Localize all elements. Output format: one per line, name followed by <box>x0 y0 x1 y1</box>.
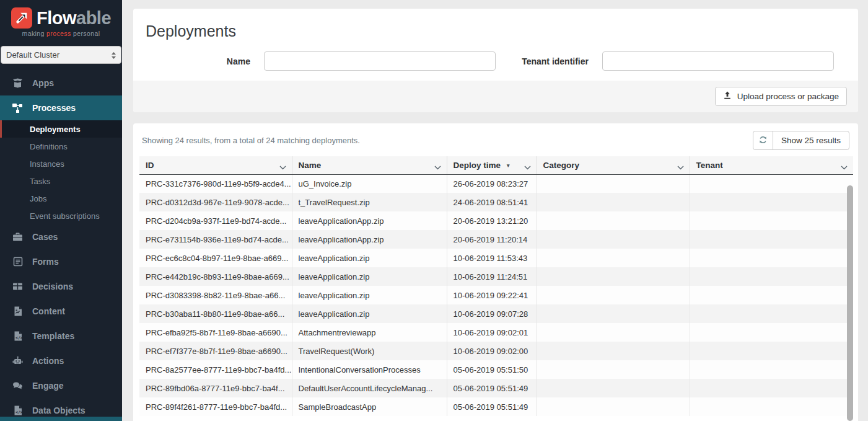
table-row[interactable]: PRC-e731154b-936e-11e9-bd74-acde... leav… <box>139 230 853 249</box>
column-header-name[interactable]: Name <box>292 156 447 174</box>
table-row[interactable]: PRC-ec6c8c04-8b97-11e9-8bae-a669... leav… <box>139 249 853 267</box>
table-row[interactable]: PRC-efba92f5-8b7f-11e9-8bae-a6690... Att… <box>139 323 853 342</box>
sidebar-item-label: Cases <box>32 232 58 242</box>
cell-category <box>537 174 690 193</box>
sidebar-item-label: Apps <box>32 78 54 88</box>
cell-deploy-time: 05-06-2019 05:51:49 <box>447 397 537 416</box>
table-row[interactable]: PRC-89fbd06a-8777-11e9-bbc7-ba4f... Defa… <box>139 379 853 397</box>
sidebar-item-label: Engage <box>32 381 64 391</box>
chevron-down-icon[interactable] <box>524 162 531 172</box>
table-row[interactable]: PRC-d204cb9a-937f-11e9-bd74-acde... leav… <box>139 211 853 230</box>
chevron-down-icon[interactable] <box>434 162 441 172</box>
sidebar-item-actions[interactable]: Actions <box>0 348 122 373</box>
tenant-identifier-label: Tenant identifier <box>496 56 602 66</box>
table-row[interactable]: PRC-e442b19c-8b93-11e9-8bae-a669... leav… <box>139 267 853 286</box>
code-document-icon: </> <box>12 331 23 341</box>
name-input[interactable] <box>264 51 496 71</box>
cell-name: leaveApplicationApp.zip <box>292 230 447 249</box>
cell-id: PRC-8a2577ee-8777-11e9-bbc7-ba4fd... <box>139 360 292 379</box>
deployments-table: ID Name Deploy time▼ Category Tenant PRC… <box>133 156 858 421</box>
column-header-category[interactable]: Category <box>537 156 690 174</box>
table-scrollbar-thumb[interactable] <box>847 185 853 421</box>
table-row[interactable]: PRC-d0312d3d-967e-11e9-9078-acde... t_Tr… <box>139 193 853 211</box>
sidebar-item-label: Content <box>32 306 65 316</box>
cell-id: PRC-d204cb9a-937f-11e9-bd74-acde... <box>139 211 292 230</box>
column-header-tenant[interactable]: Tenant <box>690 156 853 174</box>
refresh-button[interactable] <box>753 131 773 150</box>
sidebar-item-definitions[interactable]: Definitions <box>0 138 122 155</box>
results-summary: Showing 24 results, from a total of 24 m… <box>142 136 360 145</box>
briefcase-icon <box>12 232 23 242</box>
cell-category <box>537 211 690 230</box>
show-results-button[interactable]: Show 25 results <box>773 131 849 150</box>
page-title: Deployments <box>146 22 846 40</box>
cell-id: PRC-e731154b-936e-11e9-bd74-acde... <box>139 230 292 249</box>
processes-subnav: Deployments Definitions Instances Tasks … <box>0 120 122 224</box>
cell-tenant <box>690 342 853 360</box>
cell-category <box>537 230 690 249</box>
sidebar-nav: Apps Processes Deployments Definitions I… <box>0 71 122 421</box>
cell-tenant <box>690 230 853 249</box>
cell-tenant <box>690 249 853 267</box>
sidebar-item-instances[interactable]: Instances <box>0 155 122 172</box>
sidebar-item-engage[interactable]: Engage <box>0 373 122 398</box>
table-row[interactable]: PRC-8a2577ee-8777-11e9-bbc7-ba4fd... Int… <box>139 360 853 379</box>
robot-icon <box>12 356 23 366</box>
sidebar-item-decisions[interactable]: Decisions <box>0 274 122 299</box>
cell-category <box>537 286 690 304</box>
sidebar-item-apps[interactable]: Apps <box>0 71 122 95</box>
chevron-down-icon[interactable] <box>279 162 286 172</box>
upload-icon <box>723 91 732 102</box>
sidebar-item-templates[interactable]: </> Templates <box>0 324 122 348</box>
table-row[interactable]: PRC-d3083398-8b82-11e9-8bae-a66... leave… <box>139 286 853 304</box>
cell-name: leaveApplication.zip <box>292 286 447 304</box>
sidebar-item-jobs[interactable]: Jobs <box>0 190 122 207</box>
cluster-selector: Default Cluster <box>1 46 121 64</box>
upload-process-button[interactable]: Upload process or package <box>715 87 847 106</box>
cell-deploy-time: 10-06-2019 09:02:00 <box>447 342 537 360</box>
cell-category <box>537 323 690 342</box>
cluster-select[interactable]: Default Cluster <box>1 46 121 64</box>
cell-name: Attachmentreviewapp <box>292 323 447 342</box>
document-chart-icon <box>12 306 23 316</box>
cell-tenant <box>690 211 853 230</box>
column-header-id[interactable]: ID <box>139 156 292 174</box>
table-row[interactable]: PRC-331c7376-980d-11e9-b5f9-acde4... uG_… <box>139 174 853 193</box>
main-content: Deployments Name Tenant identifier Uploa… <box>122 0 868 421</box>
filter-card-footer: Upload process or package <box>133 81 858 112</box>
chevron-down-icon[interactable] <box>677 162 684 172</box>
table-row[interactable]: PRC-ef7f377e-8b7f-11e9-8bae-a6690... Tra… <box>139 342 853 360</box>
sidebar-item-cases[interactable]: Cases <box>0 224 122 249</box>
form-icon <box>12 257 23 267</box>
cell-deploy-time: 10-06-2019 09:07:28 <box>447 304 537 323</box>
column-header-deploy-time[interactable]: Deploy time▼ <box>447 156 537 174</box>
sidebar-item-event-subscriptions[interactable]: Event subscriptions <box>0 207 122 224</box>
cell-name: leaveApplication.zip <box>292 249 447 267</box>
cell-deploy-time: 10-06-2019 09:02:01 <box>447 323 537 342</box>
tenant-identifier-input[interactable] <box>602 51 834 71</box>
chevron-down-icon[interactable] <box>841 162 848 172</box>
chat-bubbles-icon <box>12 381 23 391</box>
sidebar-item-processes[interactable]: Processes <box>0 95 122 120</box>
cell-id: PRC-d3083398-8b82-11e9-8bae-a66... <box>139 286 292 304</box>
sidebar-item-label: Processes <box>32 103 76 113</box>
processes-icon <box>12 103 23 113</box>
sidebar-item-forms[interactable]: Forms <box>0 249 122 274</box>
cell-tenant <box>690 379 853 397</box>
sidebar-item-deployments[interactable]: Deployments <box>0 120 122 138</box>
cell-tenant <box>690 304 853 323</box>
table-row[interactable]: PRC-89f4f261-8777-11e9-bbc7-ba4fd... Sam… <box>139 397 853 416</box>
cell-tenant <box>690 323 853 342</box>
sidebar-item-label: Forms <box>32 257 59 267</box>
sidebar-item-label: Actions <box>32 356 64 366</box>
flowable-logo: Flowable making process personal <box>0 0 122 41</box>
cell-tenant <box>690 360 853 379</box>
cell-category <box>537 342 690 360</box>
cell-tenant <box>690 174 853 193</box>
sidebar: Flowable making process personal Default… <box>0 0 122 421</box>
sidebar-item-content[interactable]: Content <box>0 299 122 324</box>
cell-id: PRC-b30aba11-8b80-11e9-8bae-a66... <box>139 304 292 323</box>
deployments-filter-card: Deployments Name Tenant identifier Uploa… <box>133 9 858 112</box>
table-row[interactable]: PRC-b30aba11-8b80-11e9-8bae-a66... leave… <box>139 304 853 323</box>
sidebar-item-tasks[interactable]: Tasks <box>0 172 122 190</box>
